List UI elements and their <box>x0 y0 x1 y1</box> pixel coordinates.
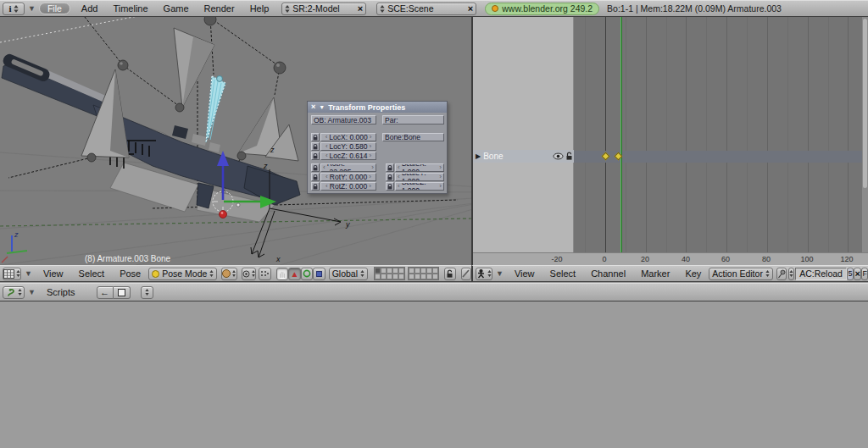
add-menu[interactable]: Add <box>74 3 106 14</box>
marker-menu[interactable]: Marker <box>633 268 677 279</box>
rotx-field[interactable]: ‹RotX: -22.205› <box>320 163 376 172</box>
panel-collapse-icon[interactable]: ▼ <box>319 104 325 110</box>
timeline-menu[interactable]: Timeline <box>105 3 155 14</box>
pose-menu[interactable]: Pose <box>112 268 148 279</box>
channel-row-bone[interactable]: ▶ Bone <box>473 150 574 163</box>
panel-close-icon[interactable]: × <box>311 103 315 111</box>
browse-action-button[interactable] <box>788 268 794 280</box>
bone-name-field[interactable]: Bone:Bone <box>382 133 444 141</box>
lock-scalez-button[interactable] <box>386 182 394 191</box>
editor-type-button[interactable] <box>3 268 21 280</box>
manipulator-translate-button[interactable]: ▲ <box>288 268 300 280</box>
close-icon[interactable]: × <box>468 4 473 14</box>
frame-ruler[interactable]: -20 0 20 40 60 80 100 120 <box>473 252 868 265</box>
lock-locx-button[interactable] <box>311 133 320 141</box>
version-link[interactable]: www.blender.org 249.2 <box>485 3 599 15</box>
manipulator-hand-button[interactable] <box>276 268 288 280</box>
view-menu[interactable]: View <box>507 268 542 279</box>
armature-bones[interactable] <box>81 28 298 161</box>
collapse-menus-icon[interactable]: ▼ <box>492 269 507 278</box>
select-menu[interactable]: Select <box>71 268 113 279</box>
padlock-icon <box>313 135 318 141</box>
lock-scalex-button[interactable] <box>386 163 394 172</box>
window-square-icon <box>118 289 125 296</box>
channel-menu[interactable]: Channel <box>583 268 633 279</box>
proportional-edit-button[interactable] <box>461 268 471 280</box>
key-menu[interactable]: Key <box>677 268 709 279</box>
draw-mode-button[interactable] <box>221 268 236 280</box>
game-menu[interactable]: Game <box>156 3 197 14</box>
scalez-field[interactable]: ‹ScaleZ: 1.000› <box>395 182 444 191</box>
view-menu[interactable]: View <box>36 268 71 279</box>
expand-icon[interactable]: ▶ <box>473 152 483 160</box>
stats-text: Bo:1-1 | Mem:18.22M (0.09M) Armature.003 <box>607 3 782 14</box>
manipulator-rotate-button[interactable] <box>301 268 313 280</box>
roty-field[interactable]: ‹RotY: 0.000› <box>320 173 376 181</box>
scripts-menu[interactable]: Scripts <box>39 287 83 297</box>
scaley-field[interactable]: ‹ScaleY: 1.000› <box>395 173 444 181</box>
snap-dots-button[interactable] <box>259 268 271 280</box>
panel-header[interactable]: × ▼ Transform Properties <box>308 102 447 113</box>
scalex-field[interactable]: ‹ScaleX: 1.000› <box>395 163 444 172</box>
scrollbar-thumb[interactable] <box>863 19 867 188</box>
collapse-menus-icon[interactable]: ▼ <box>25 4 39 13</box>
fake-user-label: F <box>862 269 867 278</box>
3d-cursor-red-dot[interactable] <box>220 211 227 218</box>
select-menu[interactable]: Select <box>542 268 584 279</box>
layer-buttons-group1[interactable] <box>374 267 405 280</box>
close-icon[interactable]: × <box>358 4 363 14</box>
scene-selector[interactable]: SCE:Scene × <box>376 3 476 15</box>
help-menu[interactable]: Help <box>242 3 277 14</box>
panel-title: Transform Properties <box>328 103 405 112</box>
lock-rotx-button[interactable] <box>311 163 320 172</box>
lock-rotz-button[interactable] <box>311 182 320 191</box>
lock-channel-icon[interactable] <box>565 152 573 161</box>
pivot-dropdown[interactable] <box>242 268 256 280</box>
parent-field[interactable]: Par: <box>382 115 444 124</box>
back-button[interactable]: ← <box>97 286 114 299</box>
scene-name: SCE:Scene <box>387 3 465 14</box>
pin-action-button[interactable] <box>776 268 787 280</box>
scripts-snake-icon <box>6 287 16 297</box>
rotz-field[interactable]: ‹RotZ: 0.000› <box>320 182 376 191</box>
lock-roty-button[interactable] <box>311 173 320 181</box>
visibility-eye-icon[interactable] <box>553 152 564 160</box>
editor-type-button[interactable] <box>3 286 25 299</box>
screen-selector[interactable]: SR:2-Model × <box>281 3 366 15</box>
file-menu[interactable]: File <box>39 3 70 14</box>
padlock-open-icon <box>446 269 453 279</box>
screen-toggle-button[interactable] <box>114 286 131 299</box>
menu-scroll-button[interactable] <box>141 286 153 299</box>
mode-dropdown[interactable]: Pose Mode <box>148 268 217 280</box>
scripts-window-body[interactable] <box>0 301 868 448</box>
3d-viewport[interactable]: z z y x z (8) Arma <box>0 17 471 265</box>
vertical-scrollbar[interactable] <box>862 17 868 252</box>
translate-triangle-icon: ▲ <box>290 269 298 279</box>
layer-buttons-group2[interactable] <box>408 267 439 280</box>
tick-label: 60 <box>721 255 730 263</box>
orientation-dropdown[interactable]: Global <box>329 268 368 280</box>
locz-field[interactable]: ‹LocZ: 0.614› <box>320 152 376 160</box>
lock-locz-button[interactable] <box>311 152 320 160</box>
collapse-menus-icon[interactable]: ▼ <box>21 269 36 278</box>
lock-layers-button[interactable] <box>444 268 456 280</box>
action-editor[interactable]: ▶ Bone -20 0 20 40 60 80 100 120 <box>471 17 868 265</box>
manipulator-scale-button[interactable] <box>313 268 325 280</box>
render-menu[interactable]: Render <box>197 3 242 14</box>
selected-bone[interactable] <box>206 76 225 142</box>
users-count-button[interactable]: 5 <box>847 268 854 280</box>
lock-scaley-button[interactable] <box>386 173 394 181</box>
transform-properties-panel[interactable]: × ▼ Transform Properties OB: Armature.00… <box>307 101 448 194</box>
action-name-field[interactable]: AC:Reload <box>795 268 847 280</box>
unlink-action-button[interactable]: × <box>854 268 861 280</box>
locx-field[interactable]: ‹LocX: 0.000› <box>320 133 376 141</box>
fake-user-button[interactable]: F <box>861 268 868 280</box>
window-type-button[interactable]: i <box>3 3 25 15</box>
collapse-menus-icon[interactable]: ▼ <box>25 288 39 296</box>
current-frame-line[interactable] <box>620 17 622 252</box>
editor-type-button[interactable] <box>476 268 492 280</box>
editor-mode-dropdown[interactable]: Action Editor <box>709 268 773 280</box>
lock-locy-button[interactable] <box>311 142 320 151</box>
ob-name-field[interactable]: OB: Armature.003 <box>311 115 376 124</box>
locy-field[interactable]: ‹LocY: 0.580› <box>320 142 376 151</box>
